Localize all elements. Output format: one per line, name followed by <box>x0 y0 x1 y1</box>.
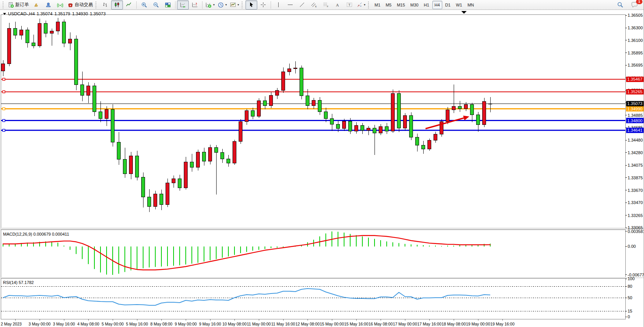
panel-splitter[interactable] <box>0 228 644 230</box>
candle <box>166 183 169 204</box>
price-badge-label: 1.34641 <box>627 128 642 132</box>
time-tick-label: 18 May 08:00 <box>442 322 466 326</box>
candle <box>14 29 17 35</box>
chart-canvas[interactable]: 1.365051.363001.361001.358951.356951.354… <box>0 10 644 327</box>
fibonacci-tool-button[interactable]: F <box>320 0 332 10</box>
candle <box>373 128 376 133</box>
gold-icon <box>33 2 40 8</box>
rsi-tick-label: 0 <box>628 314 630 319</box>
chart-shift-button[interactable] <box>189 0 201 10</box>
line-chart-button[interactable] <box>123 0 135 10</box>
timeframe-w1[interactable]: W1 <box>454 1 465 9</box>
candle <box>306 96 309 106</box>
price-tick-label: 1.36505 <box>628 13 643 18</box>
chart-shift-icon <box>192 2 198 8</box>
bar-chart-icon <box>102 2 108 8</box>
timeframe-mn[interactable]: MN <box>465 1 476 9</box>
level-line-handle[interactable] <box>3 78 5 80</box>
candlestick-chart-button[interactable] <box>111 0 123 10</box>
candle <box>233 142 236 163</box>
new-order-button[interactable]: 新订单 <box>6 0 30 10</box>
macd-tick-label: 0.00 <box>628 244 636 249</box>
channel-icon: E <box>311 2 317 8</box>
auto-scroll-icon <box>180 2 186 8</box>
candle <box>263 101 267 106</box>
candle <box>142 177 145 197</box>
timeframe-m5[interactable]: M5 <box>383 1 394 9</box>
time-tick-label: 9 May 00:00 <box>175 322 197 326</box>
chart-window[interactable]: 1.365051.363001.361001.358951.356951.354… <box>0 10 644 327</box>
toolbar-separator <box>136 1 137 9</box>
new-order-label: 新订单 <box>15 2 29 8</box>
panel-splitter[interactable] <box>0 277 644 278</box>
candle <box>464 104 468 108</box>
toolbar-grip[interactable] <box>96 2 98 8</box>
candle <box>148 197 151 206</box>
indicators-icon <box>206 2 212 8</box>
timeframe-h1[interactable]: H1 <box>421 1 431 9</box>
text-label-tool-button[interactable]: T <box>343 0 355 10</box>
timeframe-h4[interactable]: H4 <box>432 1 442 9</box>
level-line-handle[interactable] <box>3 108 5 110</box>
signals-button[interactable] <box>54 0 66 10</box>
text-tool-button[interactable]: A <box>332 0 343 10</box>
level-line-handle[interactable] <box>3 120 5 122</box>
candle <box>452 106 456 110</box>
tile-windows-button[interactable] <box>162 0 174 10</box>
community-person-icon <box>45 2 51 8</box>
notifications-button[interactable]: 1 <box>628 0 640 10</box>
cursor-tool-button[interactable] <box>245 0 257 10</box>
candle <box>361 126 364 131</box>
time-tick-label: 17 May 00:00 <box>393 322 417 326</box>
level-line-handle[interactable] <box>3 129 5 131</box>
templates-button[interactable]: ▾ <box>228 0 241 10</box>
horizontal-line-tool-button[interactable] <box>284 0 296 10</box>
toolbar-separator <box>202 1 202 9</box>
toolbar-grip[interactable] <box>368 2 371 8</box>
quick-trade-dropdown-icon[interactable] <box>461 11 467 14</box>
price-tick-label: 1.36100 <box>628 38 643 43</box>
bar-chart-button[interactable] <box>99 0 111 10</box>
auto-scroll-button[interactable] <box>177 0 189 10</box>
zoom-in-button[interactable] <box>138 0 150 10</box>
time-tick-label: 5 May 00:00 <box>102 322 124 326</box>
candle <box>2 64 5 71</box>
candle <box>269 95 273 106</box>
arrows-tool-button[interactable]: ▾ <box>355 0 367 10</box>
candle <box>349 121 352 131</box>
trendline-tool-button[interactable] <box>296 0 308 10</box>
zoom-out-button[interactable] <box>150 0 162 10</box>
timeframe-m15[interactable]: M15 <box>395 1 407 9</box>
price-tick-label: 1.35895 <box>628 51 643 55</box>
time-tick-label: 15 May 16:00 <box>344 322 368 326</box>
level-line-handle[interactable] <box>3 91 5 93</box>
search-button[interactable] <box>614 0 626 10</box>
svg-text:F: F <box>327 5 328 8</box>
candle <box>294 68 297 69</box>
candle <box>135 156 139 177</box>
candle <box>56 22 60 31</box>
timeframe-m30[interactable]: M30 <box>408 1 421 9</box>
time-tick-label: 3 May 16:00 <box>53 322 75 326</box>
timeframe-m1[interactable]: M1 <box>372 1 383 9</box>
svg-text:T: T <box>348 3 351 7</box>
crosshair-tool-button[interactable] <box>257 0 269 10</box>
autotrading-button[interactable]: 自动交易 <box>66 0 94 10</box>
price-tick-label: 1.34480 <box>628 138 643 142</box>
candle <box>172 179 175 183</box>
toolbar-grip[interactable] <box>242 2 244 8</box>
notification-badge: 1 <box>636 0 642 4</box>
toolbar-grip[interactable] <box>3 2 5 8</box>
periods-button[interactable]: ▾ <box>216 0 228 10</box>
channel-tool-button[interactable]: E <box>308 0 320 10</box>
time-tick-label: 19 May 16:00 <box>490 322 515 326</box>
candle <box>178 179 182 188</box>
gold-button[interactable] <box>30 0 42 10</box>
candle <box>288 69 291 72</box>
indicators-button[interactable]: ▾ <box>204 0 216 10</box>
candle <box>26 30 29 43</box>
community-button[interactable] <box>42 0 54 10</box>
vertical-line-tool-button[interactable] <box>273 0 284 10</box>
timeframe-d1[interactable]: D1 <box>443 1 453 9</box>
time-tick-label: 3 May 00:00 <box>29 322 51 326</box>
